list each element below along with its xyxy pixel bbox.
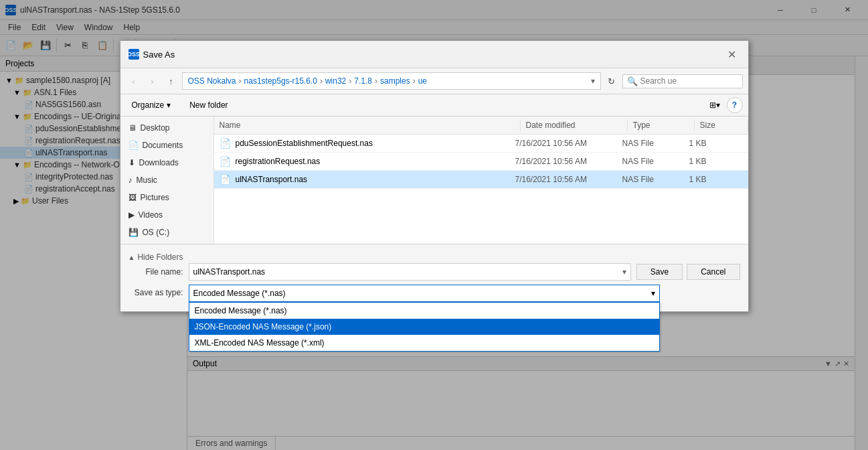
save-button[interactable]: Save (636, 264, 683, 280)
col-header-date[interactable]: Date modified (521, 119, 628, 131)
documents-icon: 📄 (128, 141, 139, 150)
nav-videos[interactable]: ▶ Videos (120, 206, 213, 224)
hide-folders-button[interactable]: ▲ Hide Folders (128, 252, 183, 262)
modal-overlay: OSS Save As ✕ ‹ › ↑ OSS Nokalva › nas1st… (0, 0, 868, 450)
savetype-option-0[interactable]: Encoded Message (*.nas) (189, 303, 659, 319)
file-row-2[interactable]: 📄 ulNASTransport.nas 7/16/2021 10:56 AM … (214, 171, 748, 189)
file-list: 📄 pduSessionEstablishmentRequest.nas 7/1… (214, 135, 748, 244)
file-type-0: NAS File (622, 139, 689, 148)
osc-label: OS (C:) (143, 228, 170, 237)
osc-icon: 💾 (128, 228, 139, 237)
search-input[interactable] (640, 76, 738, 86)
path-part-2[interactable]: win32 (325, 76, 346, 86)
dialog-title-text: Save As (143, 50, 175, 60)
pictures-icon: 🖼 (128, 193, 137, 202)
collapse-arrow-icon: ▲ (128, 254, 135, 261)
file-name-0: pduSessionEstablishmentRequest.nas (236, 139, 515, 148)
dialog-icon: OSS (128, 49, 139, 60)
savetype-selected[interactable]: Encoded Message (*.nas) ▾ (189, 285, 660, 302)
col-header-type[interactable]: Type (628, 119, 695, 131)
path-part-3[interactable]: 7.1.8 (354, 76, 372, 86)
downloads-label: Downloads (139, 158, 179, 167)
dialog-body: 🖥 Desktop 📄 Documents ⬇ Downloads ♪ Musi… (120, 117, 748, 244)
path-part-5[interactable]: ue (418, 76, 427, 86)
dialog-help-button[interactable]: ? (727, 97, 743, 113)
desktop-label: Desktop (141, 123, 170, 133)
filename-row: File name: ulNASTransport.nas ▾ Save Can… (128, 263, 740, 281)
cancel-button[interactable]: Cancel (687, 264, 740, 280)
videos-icon: ▶ (128, 210, 135, 220)
hide-folders-label: Hide Folders (137, 252, 183, 262)
file-list-area: Name Date modified Type Size 📄 pduSessio… (214, 117, 748, 244)
nav-pictures[interactable]: 🖼 Pictures (120, 189, 213, 206)
documents-label: Documents (143, 141, 183, 150)
savetype-selected-text: Encoded Message (*.nas) (193, 289, 286, 298)
savetype-label: Save as type: (128, 285, 189, 297)
footer-save-btns: Save Cancel (636, 264, 740, 280)
address-bar: ‹ › ↑ OSS Nokalva › nas1step5gs-r15.6.0 … (120, 68, 748, 94)
file-date-1: 7/16/2021 10:56 AM (515, 157, 622, 166)
search-icon: 🔍 (627, 76, 638, 86)
file-row-1[interactable]: 📄 registrationRequest.nas 7/16/2021 10:5… (214, 153, 748, 171)
desktop-icon: 🖥 (128, 123, 137, 133)
file-list-header: Name Date modified Type Size (214, 117, 748, 135)
left-nav: 🖥 Desktop 📄 Documents ⬇ Downloads ♪ Musi… (120, 117, 214, 244)
path-part-4[interactable]: samples (380, 76, 410, 86)
dialog-footer: ▲ Hide Folders File name: ulNASTransport… (120, 244, 748, 311)
nav-desktop[interactable]: 🖥 Desktop (120, 119, 213, 137)
nav-music[interactable]: ♪ Music (120, 171, 213, 189)
file-type-1: NAS File (622, 157, 689, 166)
forward-button[interactable]: › (145, 73, 161, 89)
search-box: 🔍 (622, 74, 743, 88)
refresh-button[interactable]: ↻ (604, 73, 620, 89)
col-header-size[interactable]: Size (695, 119, 748, 131)
view-arrow: ▾ (716, 100, 720, 110)
filename-value: ulNASTransport.nas (193, 267, 266, 277)
hide-folders-row: ▲ Hide Folders (128, 250, 740, 263)
savetype-option-2[interactable]: XML-Encoded NAS Message (*.xml) (189, 335, 659, 351)
dialog-title-bar: OSS Save As ✕ (120, 41, 748, 68)
pictures-label: Pictures (141, 193, 169, 202)
new-folder-button[interactable]: New folder (182, 98, 235, 112)
file-size-2: 1 KB (689, 175, 743, 184)
file-name-2: ulNASTransport.nas (236, 175, 515, 184)
organize-button[interactable]: Organize ▾ (126, 98, 177, 112)
savetype-arrow-icon: ▾ (651, 289, 655, 298)
path-dropdown-arrow[interactable]: ▾ (591, 76, 595, 86)
file-date-2: 7/16/2021 10:56 AM (515, 175, 622, 184)
view-icon: ⊞ (709, 100, 716, 110)
file-type-2: NAS File (622, 175, 689, 184)
savetype-option-1[interactable]: JSON-Encoded NAS Message (*.json) (189, 319, 659, 335)
view-toggle-button[interactable]: ⊞ ▾ (705, 97, 724, 113)
address-path[interactable]: OSS Nokalva › nas1step5gs-r15.6.0 › win3… (182, 72, 601, 90)
filename-input[interactable]: ulNASTransport.nas ▾ (189, 263, 631, 281)
savetype-row: Save as type: Encoded Message (*.nas) ▾ … (128, 285, 740, 302)
videos-label: Videos (139, 210, 163, 220)
file-row-0[interactable]: 📄 pduSessionEstablishmentRequest.nas 7/1… (214, 135, 748, 153)
nav-osc[interactable]: 💾 OS (C:) (120, 224, 213, 241)
savetype-dropdown[interactable]: Encoded Message (*.nas) ▾ Encoded Messag… (189, 285, 660, 302)
col-header-name[interactable]: Name (214, 119, 521, 131)
music-label: Music (137, 175, 157, 185)
up-button[interactable]: ↑ (163, 73, 179, 89)
file-date-0: 7/16/2021 10:56 AM (515, 139, 622, 148)
organize-label: Organize (132, 100, 165, 110)
dialog-title: OSS Save As (128, 49, 175, 60)
file-size-0: 1 KB (689, 139, 743, 148)
organize-arrow: ▾ (167, 100, 171, 110)
dialog-close-button[interactable]: ✕ (724, 46, 740, 62)
filename-label: File name: (128, 267, 189, 277)
file-icon-0: 📄 (220, 138, 232, 149)
view-controls: ⊞ ▾ (705, 97, 724, 113)
nav-documents[interactable]: 📄 Documents (120, 137, 213, 154)
nav-downloads[interactable]: ⬇ Downloads (120, 154, 213, 171)
save-dialog: OSS Save As ✕ ‹ › ↑ OSS Nokalva › nas1st… (120, 40, 749, 312)
savetype-options-list: Encoded Message (*.nas) JSON-Encoded NAS… (189, 302, 660, 352)
downloads-icon: ⬇ (128, 158, 135, 167)
music-icon: ♪ (128, 175, 133, 185)
file-icon-1: 📄 (220, 156, 232, 167)
path-part-1[interactable]: nas1step5gs-r15.6.0 (244, 76, 317, 86)
back-button[interactable]: ‹ (126, 73, 142, 89)
path-part-0[interactable]: OSS Nokalva (188, 76, 236, 86)
file-size-1: 1 KB (689, 157, 743, 166)
